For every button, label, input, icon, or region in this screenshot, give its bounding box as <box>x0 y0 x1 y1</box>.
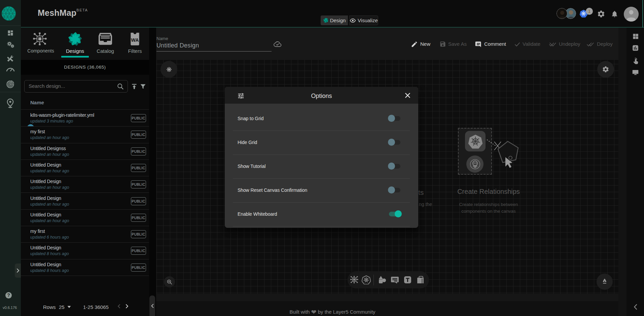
svg-text:WA: WA <box>131 37 139 43</box>
